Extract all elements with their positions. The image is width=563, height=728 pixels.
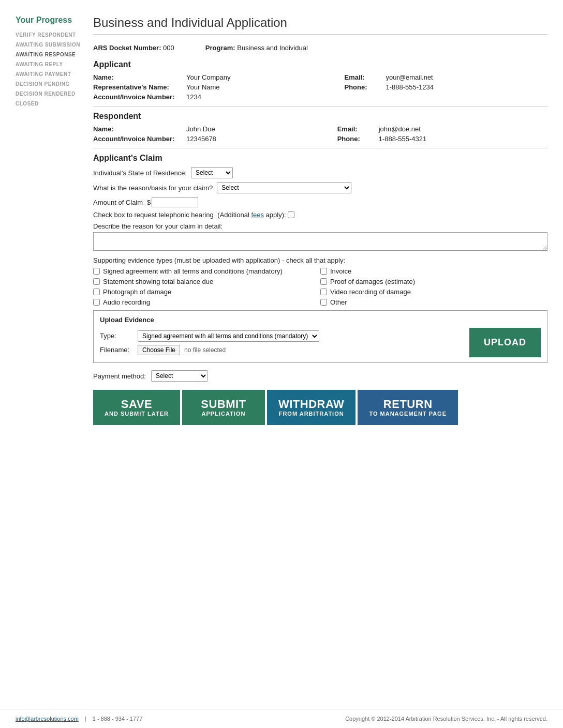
fees-link[interactable]: fees: [251, 211, 264, 219]
return-main-text: RETURN: [369, 398, 447, 411]
checkbox-invoice-label: Invoice: [330, 267, 351, 275]
save-button[interactable]: SAVE AND SUBMIT LATER: [93, 390, 180, 425]
applicant-account-value: 1234: [186, 93, 344, 101]
respondent-email-label: Email:: [337, 125, 379, 133]
docket-value: 000: [163, 44, 174, 52]
amount-input[interactable]: [152, 197, 198, 207]
checkbox-other-label: Other: [330, 298, 347, 306]
reason-label: What is the reason/basis for your claim?: [93, 184, 213, 192]
footer-copyright: Copyright © 2012-2014 Arbitration Resolu…: [345, 716, 547, 722]
choose-file-button[interactable]: Choose File: [138, 345, 180, 355]
upload-type-row: Type: Signed agreement with all terms an…: [100, 330, 461, 342]
describe-textarea[interactable]: [93, 232, 547, 251]
payment-row: Payment method: Select Credit Card Check…: [93, 370, 547, 382]
page-wrapper: Your Progress VERIFY RESPONDENT AWAITING…: [0, 0, 563, 728]
sidebar-item-awaiting-reply[interactable]: AWAITING REPLY: [16, 62, 83, 67]
return-button[interactable]: RETURN TO MANAGEMENT PAGE: [358, 390, 458, 425]
sidebar-item-closed[interactable]: CLOSED: [16, 101, 83, 107]
respondent-phone-value: 1-888-555-4321: [379, 135, 547, 143]
respondent-phone-label: Phone:: [337, 135, 379, 143]
payment-select[interactable]: Select Credit Card Check Wire Transfer: [151, 370, 208, 382]
respondent-section-header: Respondent: [93, 112, 547, 121]
amount-prefix: $: [147, 199, 151, 206]
applicant-phone-value: 1-888-555-1234: [386, 83, 547, 91]
telephonic-row: Check box to request telephonic hearing …: [93, 211, 547, 219]
applicant-divider: [93, 106, 547, 107]
filename-label: Filename:: [100, 346, 134, 354]
applicant-section-header: Applicant: [93, 60, 547, 69]
checkbox-proof-damages-input[interactable]: [320, 278, 327, 285]
checkbox-invoice-input[interactable]: [320, 268, 327, 275]
checkbox-video-recording-label: Video recording of damage: [330, 288, 411, 296]
save-sub-text: AND SUBMIT LATER: [105, 411, 169, 417]
applicant-account-label: Account/Invoice Number:: [93, 93, 186, 101]
amount-label: Amount of Claim: [93, 199, 143, 206]
checkbox-photograph: Photograph of damage: [93, 288, 320, 296]
telephonic-label: Check box to request telephonic hearing: [93, 211, 214, 219]
checkbox-photograph-label: Photograph of damage: [103, 288, 171, 296]
checkbox-proof-damages: Proof of damages (estimate): [320, 278, 547, 285]
upload-button[interactable]: UPLOAD: [469, 328, 541, 357]
sidebar: Your Progress VERIFY RESPONDENT AWAITING…: [0, 16, 88, 693]
state-row: Individual's State of Residence: Select …: [93, 167, 547, 178]
withdraw-sub-text: FROM ARBITRATION: [278, 411, 344, 417]
sidebar-item-awaiting-response[interactable]: AWAITING RESPONSE: [16, 52, 83, 57]
program-info: Program: Business and Individual: [205, 44, 308, 52]
checkbox-video-recording-input[interactable]: [320, 289, 327, 295]
docket-label: ARS Docket Number:: [93, 44, 161, 52]
telephonic-end: apply):: [264, 211, 288, 219]
program-value: Business and Individual: [237, 44, 308, 52]
checkbox-proof-damages-label: Proof of damages (estimate): [330, 278, 415, 285]
respondent-divider: [93, 148, 547, 148]
applicant-rep-label: Representative's Name:: [93, 83, 186, 91]
save-main-text: SAVE: [105, 398, 169, 411]
claim-section-header: Applicant's Claim: [93, 154, 547, 163]
footer: info@arbresolutions.com | 1 - 888 - 934 …: [0, 709, 563, 728]
upload-box-title: Upload Evidence: [100, 316, 541, 324]
checkbox-audio-recording-input[interactable]: [93, 299, 100, 306]
footer-separator: |: [85, 716, 86, 722]
payment-label: Payment method:: [93, 372, 146, 380]
checkbox-signed-agreement-input[interactable]: [93, 268, 100, 275]
checkbox-invoice: Invoice: [320, 267, 547, 275]
describe-label: Describe the reason for your claim in de…: [93, 222, 547, 230]
telephonic-sub: (Additional: [216, 211, 251, 219]
respondent-info: Name: John Doe Email: john@doe.net Accou…: [93, 125, 547, 143]
footer-right: Copyright © 2012-2014 Arbitration Resolu…: [345, 716, 547, 722]
state-select[interactable]: Select Alabama Alaska Arizona California…: [191, 167, 233, 178]
sidebar-title: Your Progress: [16, 16, 83, 25]
applicant-info: Name: Your Company Email: your@email.net…: [93, 73, 547, 101]
respondent-email-value: john@doe.net: [379, 125, 547, 133]
sidebar-item-awaiting-submission[interactable]: AWAITING SUBMISSION: [16, 42, 83, 48]
checkbox-statement-label: Statement showing total balance due: [103, 278, 213, 285]
return-sub-text: TO MANAGEMENT PAGE: [369, 411, 447, 417]
applicant-email-value: your@email.net: [386, 73, 547, 81]
applicant-phone-label: Phone:: [344, 83, 386, 91]
upload-box: Upload Evidence Type: Signed agreement w…: [93, 310, 547, 363]
checkbox-photograph-input[interactable]: [93, 289, 100, 295]
submit-button[interactable]: SUBMIT APPLICATION: [182, 390, 265, 425]
checkbox-statement-input[interactable]: [93, 278, 100, 285]
sidebar-item-verify-respondent[interactable]: VERIFY RESPONDENT: [16, 32, 83, 38]
telephonic-checkbox[interactable]: [288, 211, 294, 218]
checkbox-signed-agreement-label: Signed agreement with all terms and cond…: [103, 267, 283, 275]
action-buttons: SAVE AND SUBMIT LATER SUBMIT APPLICATION…: [93, 390, 547, 425]
checkbox-other: Other: [320, 298, 547, 306]
upload-type-select[interactable]: Signed agreement with all terms and cond…: [138, 330, 319, 342]
footer-email[interactable]: info@arbresolutions.com: [16, 716, 79, 722]
claim-section: Applicant's Claim Individual's State of …: [93, 154, 547, 382]
respondent-name-label: Name:: [93, 125, 186, 133]
sidebar-item-awaiting-payment[interactable]: AWAITING PAYMENT: [16, 71, 83, 77]
sidebar-item-decision-pending[interactable]: DECISION PENDING: [16, 81, 83, 87]
sidebar-item-decision-rendered[interactable]: DECISION RENDERED: [16, 91, 83, 97]
evidence-checkboxes: Signed agreement with all terms and cond…: [93, 267, 547, 306]
withdraw-button[interactable]: WITHDRAW FROM ARBITRATION: [267, 390, 355, 425]
amount-row: Amount of Claim $: [93, 197, 547, 207]
reason-select[interactable]: Select Breach of Contract Billing Disput…: [217, 182, 351, 193]
checkbox-other-input[interactable]: [320, 299, 327, 306]
state-label: Individual's State of Residence:: [93, 169, 187, 177]
applicant-rep-value: Your Name: [186, 83, 344, 91]
evidence-label: Supporting evidence types (must be uploa…: [93, 256, 547, 264]
withdraw-main-text: WITHDRAW: [278, 398, 344, 411]
applicant-name-label: Name:: [93, 73, 186, 81]
